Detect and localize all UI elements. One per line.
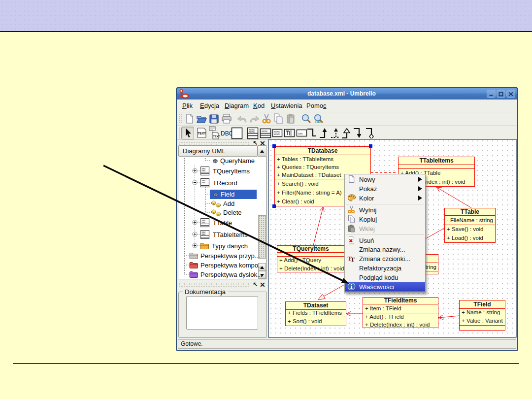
svg-text:T: T [351, 256, 355, 263]
svg-text:xxxx: xxxx [261, 130, 267, 133]
svg-text:xxx: xxx [298, 132, 303, 135]
svg-text:xxxx: xxxx [273, 133, 280, 136]
svg-text:100: 100 [315, 120, 321, 124]
svg-text:TEXT: TEXT [198, 132, 206, 135]
svg-text:TEXT: TEXT [213, 135, 220, 138]
